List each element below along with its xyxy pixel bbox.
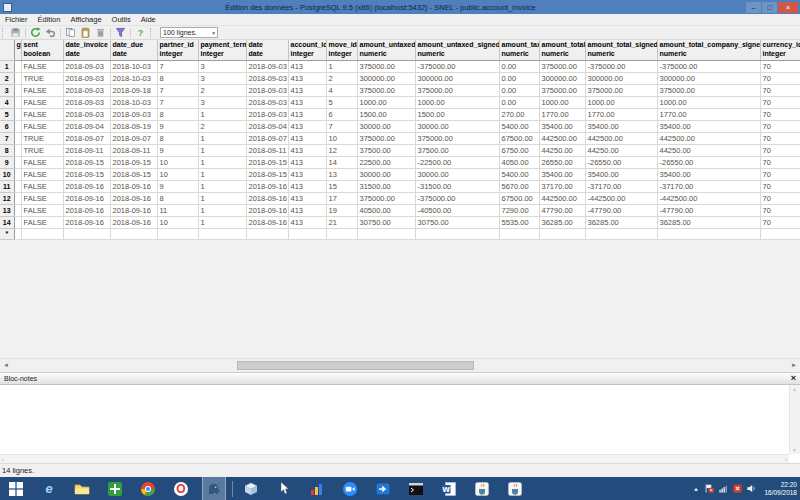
menu-edition[interactable]: Édition <box>33 14 66 25</box>
cell[interactable]: 2018-10-03 <box>110 72 157 84</box>
cell[interactable]: 2018-09-03 <box>246 108 288 120</box>
cell[interactable]: 2018-09-15 <box>110 168 157 180</box>
cell[interactable]: 30000.00 <box>357 168 415 180</box>
row-number[interactable]: 8 <box>0 144 14 156</box>
row-number[interactable]: 6 <box>0 120 14 132</box>
cell[interactable]: 8 <box>157 132 198 144</box>
new-row-marker[interactable]: * <box>0 228 14 240</box>
menu-affichage[interactable]: Affichage <box>65 14 106 25</box>
cell[interactable]: 7 <box>157 60 198 72</box>
cell[interactable]: 70 <box>760 60 800 72</box>
column-header-date[interactable]: datedate <box>246 40 288 60</box>
cell[interactable]: 375000.00 <box>357 132 415 144</box>
row-number[interactable]: 7 <box>0 132 14 144</box>
empty-cell[interactable] <box>357 228 415 240</box>
scroll-down-icon[interactable]: ▼ <box>792 447 797 453</box>
cell[interactable]: 40500.00 <box>357 204 415 216</box>
cell[interactable]: 2018-09-16 <box>110 216 157 228</box>
column-header-date-invoice[interactable]: date_invoicedate <box>63 40 110 60</box>
cell[interactable]: 35400.00 <box>657 120 760 132</box>
cell[interactable]: 6 <box>326 108 357 120</box>
taskbar-clock[interactable]: 22:20 16/09/2018 <box>764 481 797 497</box>
cell[interactable]: 413 <box>288 108 326 120</box>
java-icon-2[interactable] <box>503 477 527 500</box>
cell[interactable]: 10 <box>157 168 198 180</box>
empty-cell[interactable] <box>288 228 326 240</box>
cell[interactable]: 47790.00 <box>539 204 585 216</box>
cell[interactable]: 2018-09-16 <box>110 192 157 204</box>
cell[interactable]: 67500.00 <box>499 132 539 144</box>
cell[interactable]: 300000.00 <box>357 72 415 84</box>
cell[interactable]: 37500.00 <box>415 144 499 156</box>
cell[interactable]: 1 <box>198 108 246 120</box>
scroll-left-icon[interactable]: ◄ <box>3 362 9 369</box>
cell[interactable]: FALSE <box>21 108 63 120</box>
empty-cell[interactable] <box>585 228 657 240</box>
cell[interactable]: 442500.00 <box>539 132 585 144</box>
row-number[interactable]: 10 <box>0 168 14 180</box>
menu-outils[interactable]: Outils <box>107 14 136 25</box>
cell[interactable]: 413 <box>288 216 326 228</box>
cell[interactable]: 7290.00 <box>499 204 539 216</box>
cell[interactable]: 2018-09-15 <box>246 168 288 180</box>
row-number[interactable]: 2 <box>0 72 14 84</box>
cell[interactable]: -47790.00 <box>585 204 657 216</box>
cell[interactable]: 1 <box>198 216 246 228</box>
cell[interactable]: 2018-09-16 <box>246 180 288 192</box>
cell[interactable]: 70 <box>760 84 800 96</box>
cell[interactable]: 44250.00 <box>585 144 657 156</box>
cell[interactable]: 30750.00 <box>415 216 499 228</box>
cell[interactable]: 2018-09-11 <box>246 144 288 156</box>
cell[interactable]: 21 <box>326 216 357 228</box>
cell[interactable]: FALSE <box>21 180 63 192</box>
cell[interactable]: 1000.00 <box>357 96 415 108</box>
cell[interactable]: 2018-09-18 <box>110 84 157 96</box>
cell[interactable]: 70 <box>760 204 800 216</box>
empty-cell[interactable] <box>21 228 63 240</box>
cell[interactable]: 35400.00 <box>585 120 657 132</box>
cell[interactable]: 413 <box>288 120 326 132</box>
cell[interactable]: 37170.00 <box>539 180 585 192</box>
cell[interactable]: 10 <box>157 156 198 168</box>
cell[interactable]: -442500.00 <box>657 192 760 204</box>
cell[interactable]: 10 <box>326 132 357 144</box>
cell[interactable]: 1000.00 <box>415 96 499 108</box>
cell[interactable]: 70 <box>760 216 800 228</box>
column-header-amount-total[interactable]: amount_totalnumeric <box>539 40 585 60</box>
chrome-icon[interactable] <box>136 477 160 500</box>
cell[interactable]: 1000.00 <box>585 96 657 108</box>
cell[interactable]: 2018-09-03 <box>63 84 110 96</box>
cell[interactable]: 30750.00 <box>357 216 415 228</box>
cell[interactable]: 1 <box>326 60 357 72</box>
cell[interactable]: 2018-09-03 <box>63 60 110 72</box>
cell[interactable]: 44250.00 <box>539 144 585 156</box>
cell[interactable]: 2018-09-07 <box>110 132 157 144</box>
cell[interactable]: 1000.00 <box>539 96 585 108</box>
cell[interactable]: 7 <box>326 120 357 132</box>
cell[interactable]: 413 <box>288 96 326 108</box>
grid-corner[interactable] <box>0 40 14 60</box>
cell[interactable]: 19 <box>326 204 357 216</box>
cell[interactable]: 3 <box>198 72 246 84</box>
cell[interactable]: 375000.00 <box>357 192 415 204</box>
cell[interactable]: 4 <box>326 84 357 96</box>
empty-cell[interactable] <box>499 228 539 240</box>
cell[interactable]: 1000.00 <box>657 96 760 108</box>
cell[interactable]: 375000.00 <box>539 84 585 96</box>
cell[interactable]: 2018-09-16 <box>246 204 288 216</box>
cell[interactable]: -40500.00 <box>415 204 499 216</box>
cell[interactable]: 2018-09-07 <box>246 132 288 144</box>
cell[interactable]: 2018-09-15 <box>63 168 110 180</box>
cell[interactable]: 35400.00 <box>539 168 585 180</box>
cell[interactable]: 375000.00 <box>585 84 657 96</box>
cell[interactable]: 2018-09-19 <box>110 120 157 132</box>
cell[interactable]: 35400.00 <box>539 120 585 132</box>
empty-cell[interactable] <box>198 228 246 240</box>
cell[interactable]: 8 <box>157 108 198 120</box>
cell[interactable]: TRUE <box>21 132 63 144</box>
cell[interactable] <box>14 204 21 216</box>
cell[interactable] <box>14 120 21 132</box>
cell[interactable]: 442500.00 <box>657 132 760 144</box>
cell[interactable]: 442500.00 <box>585 132 657 144</box>
cell[interactable]: -47790.00 <box>657 204 760 216</box>
